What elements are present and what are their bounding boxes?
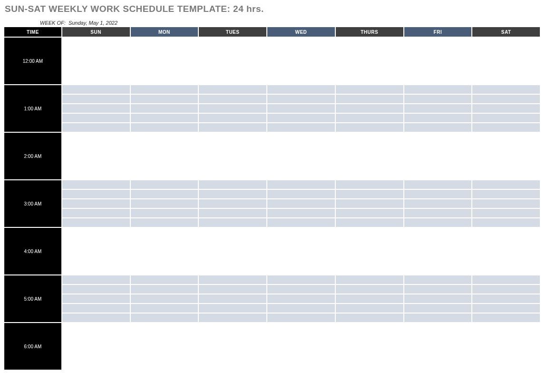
schedule-cell[interactable] [62, 104, 130, 113]
schedule-cell[interactable] [335, 123, 404, 132]
schedule-cell[interactable] [62, 237, 130, 246]
schedule-cell[interactable] [472, 113, 540, 123]
schedule-cell[interactable] [472, 123, 540, 132]
schedule-cell[interactable] [335, 189, 404, 199]
schedule-cell[interactable] [404, 208, 472, 218]
schedule-cell[interactable] [198, 342, 267, 351]
schedule-cell[interactable] [130, 237, 199, 246]
schedule-cell[interactable] [472, 37, 540, 47]
schedule-cell[interactable] [62, 113, 130, 123]
schedule-cell[interactable] [335, 218, 404, 227]
schedule-cell[interactable] [404, 237, 472, 246]
schedule-cell[interactable] [267, 123, 335, 132]
schedule-cell[interactable] [335, 170, 404, 180]
schedule-cell[interactable] [130, 361, 199, 370]
schedule-cell[interactable] [130, 142, 199, 151]
schedule-cell[interactable] [198, 66, 267, 75]
schedule-cell[interactable] [404, 94, 472, 104]
schedule-cell[interactable] [404, 218, 472, 227]
schedule-cell[interactable] [130, 189, 199, 199]
schedule-cell[interactable] [404, 275, 472, 284]
schedule-cell[interactable] [198, 218, 267, 227]
schedule-cell[interactable] [472, 313, 540, 323]
schedule-cell[interactable] [404, 66, 472, 75]
schedule-cell[interactable] [335, 361, 404, 370]
schedule-cell[interactable] [62, 161, 130, 170]
schedule-cell[interactable] [404, 332, 472, 342]
schedule-cell[interactable] [335, 284, 404, 294]
schedule-cell[interactable] [130, 151, 199, 161]
schedule-cell[interactable] [267, 323, 335, 332]
schedule-cell[interactable] [335, 94, 404, 104]
schedule-cell[interactable] [267, 304, 335, 313]
schedule-cell[interactable] [404, 199, 472, 208]
schedule-cell[interactable] [335, 275, 404, 284]
schedule-cell[interactable] [404, 189, 472, 199]
schedule-cell[interactable] [62, 294, 130, 304]
schedule-cell[interactable] [472, 66, 540, 75]
schedule-cell[interactable] [198, 170, 267, 180]
schedule-cell[interactable] [267, 132, 335, 142]
schedule-cell[interactable] [335, 47, 404, 56]
schedule-cell[interactable] [472, 246, 540, 256]
schedule-cell[interactable] [130, 332, 199, 342]
schedule-cell[interactable] [267, 180, 335, 189]
schedule-cell[interactable] [335, 199, 404, 208]
schedule-cell[interactable] [335, 75, 404, 85]
schedule-cell[interactable] [130, 94, 199, 104]
schedule-cell[interactable] [404, 265, 472, 275]
schedule-cell[interactable] [62, 284, 130, 294]
schedule-cell[interactable] [198, 275, 267, 284]
schedule-cell[interactable] [267, 66, 335, 75]
schedule-cell[interactable] [198, 199, 267, 208]
schedule-cell[interactable] [267, 294, 335, 304]
schedule-cell[interactable] [404, 151, 472, 161]
schedule-cell[interactable] [267, 85, 335, 94]
schedule-cell[interactable] [130, 342, 199, 351]
schedule-cell[interactable] [267, 189, 335, 199]
schedule-cell[interactable] [267, 227, 335, 237]
schedule-cell[interactable] [62, 170, 130, 180]
schedule-cell[interactable] [472, 256, 540, 265]
schedule-cell[interactable] [404, 170, 472, 180]
schedule-cell[interactable] [198, 142, 267, 151]
schedule-cell[interactable] [472, 323, 540, 332]
schedule-cell[interactable] [267, 246, 335, 256]
schedule-cell[interactable] [130, 256, 199, 265]
schedule-cell[interactable] [62, 227, 130, 237]
schedule-cell[interactable] [267, 256, 335, 265]
schedule-cell[interactable] [267, 56, 335, 66]
schedule-cell[interactable] [404, 75, 472, 85]
schedule-cell[interactable] [404, 180, 472, 189]
schedule-cell[interactable] [472, 342, 540, 351]
schedule-cell[interactable] [335, 37, 404, 47]
schedule-cell[interactable] [62, 218, 130, 227]
schedule-cell[interactable] [198, 237, 267, 246]
schedule-cell[interactable] [472, 237, 540, 246]
schedule-cell[interactable] [472, 56, 540, 66]
schedule-cell[interactable] [335, 104, 404, 113]
schedule-cell[interactable] [267, 47, 335, 56]
schedule-cell[interactable] [335, 294, 404, 304]
schedule-cell[interactable] [404, 361, 472, 370]
schedule-cell[interactable] [267, 208, 335, 218]
schedule-cell[interactable] [472, 199, 540, 208]
schedule-cell[interactable] [472, 180, 540, 189]
schedule-cell[interactable] [472, 132, 540, 142]
schedule-cell[interactable] [472, 361, 540, 370]
schedule-cell[interactable] [198, 361, 267, 370]
schedule-cell[interactable] [335, 151, 404, 161]
schedule-cell[interactable] [130, 180, 199, 189]
schedule-cell[interactable] [335, 246, 404, 256]
schedule-cell[interactable] [198, 75, 267, 85]
schedule-cell[interactable] [130, 246, 199, 256]
schedule-cell[interactable] [472, 85, 540, 94]
schedule-cell[interactable] [404, 227, 472, 237]
schedule-cell[interactable] [472, 332, 540, 342]
schedule-cell[interactable] [267, 161, 335, 170]
schedule-cell[interactable] [472, 218, 540, 227]
schedule-cell[interactable] [62, 94, 130, 104]
schedule-cell[interactable] [62, 123, 130, 132]
schedule-cell[interactable] [404, 104, 472, 113]
schedule-cell[interactable] [267, 332, 335, 342]
